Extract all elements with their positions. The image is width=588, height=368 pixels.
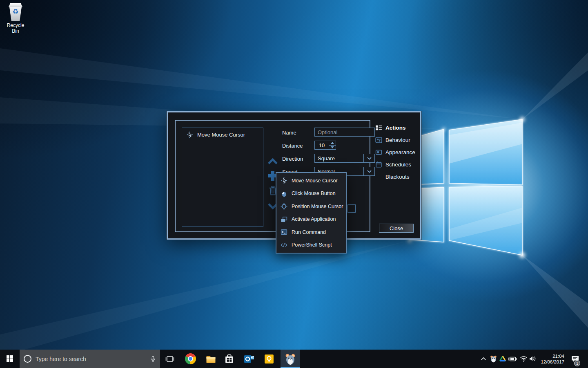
- nav-item-schedules[interactable]: Schedules: [375, 160, 420, 169]
- taskbar-app-keep[interactable]: [260, 350, 278, 368]
- chevron-up-icon: [481, 357, 486, 361]
- move-mouse-tray-icon: [490, 355, 497, 363]
- menu-item-move-mouse-cursor[interactable]: Move Mouse Cursor: [276, 175, 346, 187]
- name-input[interactable]: [314, 128, 375, 137]
- start-button[interactable]: [0, 350, 20, 368]
- recycle-bin-label: Recycle Bin: [3, 22, 28, 34]
- blackouts-moon-icon: [375, 173, 382, 180]
- tray-battery-icon[interactable]: [508, 350, 517, 368]
- menu-item-label: Activate Application: [292, 216, 336, 222]
- desktop: ♻ Recycle Bin Move Mouse Cursor: [0, 0, 588, 368]
- taskbar-app-file-explorer[interactable]: [201, 350, 220, 368]
- menu-item-position-mouse-cursor[interactable]: Position Mouse Cursor: [276, 200, 346, 213]
- tray-show-hidden-icons[interactable]: [479, 350, 488, 368]
- cortana-icon: [24, 355, 31, 363]
- nav-item-actions[interactable]: Actions: [375, 123, 420, 132]
- task-view-icon: [165, 355, 175, 363]
- close-button[interactable]: Close: [379, 224, 414, 233]
- click-mouse-button-icon: [281, 190, 287, 197]
- triangle-up-icon: [331, 142, 334, 144]
- behaviour-icon: [375, 137, 382, 144]
- menu-item-label: PowerShell Script: [292, 242, 332, 248]
- tray-google-drive-icon[interactable]: [498, 350, 508, 368]
- chrome-icon: [185, 353, 196, 364]
- taskbar-app-store[interactable]: [220, 350, 238, 368]
- taskbar-clock[interactable]: 21:04 12/06/2017: [536, 350, 564, 368]
- actions-list-item[interactable]: Move Mouse Cursor: [182, 128, 263, 141]
- tray-wifi-icon[interactable]: [519, 350, 528, 368]
- name-label: Name: [282, 130, 296, 136]
- appearance-icon: [375, 149, 382, 156]
- menu-item-label: Run Command: [292, 229, 326, 235]
- nav-item-label: Actions: [385, 125, 406, 131]
- chevron-down-icon: [367, 157, 372, 160]
- direction-dropdown-button[interactable]: [363, 154, 374, 162]
- menu-item-click-mouse-button[interactable]: Click Mouse Button: [276, 187, 346, 200]
- taskbar-search[interactable]: Type here to search: [20, 350, 160, 368]
- menu-item-label: Position Mouse Cursor: [292, 204, 343, 209]
- recycle-bin-shortcut[interactable]: ♻ Recycle Bin: [3, 3, 28, 34]
- direction-select[interactable]: Square: [314, 154, 375, 163]
- microsoft-store-icon: [224, 354, 234, 364]
- taskbar-app-move-mouse-active[interactable]: [281, 350, 300, 368]
- direction-label: Direction: [282, 156, 303, 162]
- google-drive-icon: [499, 355, 506, 362]
- nav-item-label: Schedules: [385, 162, 411, 168]
- nav-item-appearance[interactable]: Appearance: [375, 148, 420, 157]
- chevron-down-icon: [367, 170, 372, 173]
- menu-item-powershell-script[interactable]: PowerShell Script: [276, 239, 346, 251]
- clock-date: 12/06/2017: [541, 359, 564, 365]
- search-placeholder: Type here to search: [36, 356, 146, 362]
- menu-item-label: Click Mouse Button: [292, 191, 336, 196]
- actions-list-item-label: Move Mouse Cursor: [197, 132, 245, 138]
- nav-item-blackouts[interactable]: Blackouts: [375, 172, 420, 181]
- direction-value: Square: [315, 154, 363, 162]
- run-command-icon: [281, 229, 287, 236]
- battery-plug-icon: [508, 356, 517, 362]
- close-button-label: Close: [390, 225, 403, 231]
- move-mouse-cursor-icon: [186, 131, 193, 138]
- activate-application-icon: [281, 216, 287, 223]
- nav-item-label: Blackouts: [385, 174, 410, 180]
- menu-item-activate-application[interactable]: Activate Application: [276, 213, 346, 225]
- move-mouse-app-icon: [284, 353, 296, 365]
- nav-item-behaviour[interactable]: Behaviour: [375, 135, 420, 144]
- position-mouse-cursor-icon: [281, 203, 287, 210]
- distance-decrement-button[interactable]: [329, 146, 336, 150]
- add-action-menu: Move Mouse Cursor Click Mouse Button Pos…: [276, 172, 347, 254]
- schedules-icon: [375, 161, 382, 168]
- google-keep-icon: [264, 354, 274, 364]
- file-explorer-icon: [205, 355, 216, 364]
- option-checkbox[interactable]: [347, 204, 356, 213]
- actions-icon: [375, 124, 382, 131]
- recycle-bin-icon: ♻: [9, 3, 22, 21]
- chevron-up-icon: [267, 158, 278, 165]
- nav-item-label: Appearance: [385, 149, 415, 155]
- distance-stepper[interactable]: 10: [314, 141, 336, 150]
- tray-move-mouse-icon[interactable]: [488, 350, 498, 368]
- taskbar: Type here to search: [0, 350, 588, 368]
- task-view-button[interactable]: [161, 350, 179, 368]
- menu-item-run-command[interactable]: Run Command: [276, 226, 346, 238]
- taskbar-app-chrome[interactable]: [181, 350, 200, 368]
- distance-increment-button[interactable]: [329, 141, 336, 146]
- wifi-icon: [520, 356, 528, 362]
- triangle-down-icon: [331, 146, 334, 148]
- distance-value: 10: [315, 141, 329, 149]
- nav-item-label: Behaviour: [385, 137, 410, 143]
- microphone-icon[interactable]: [150, 355, 156, 363]
- actions-list[interactable]: Move Mouse Cursor: [182, 128, 263, 227]
- taskbar-app-outlook[interactable]: [240, 350, 258, 368]
- move-up-button[interactable]: [266, 156, 279, 166]
- distance-label: Distance: [282, 143, 303, 149]
- clock-time: 21:04: [552, 353, 564, 359]
- windows-start-icon: [7, 355, 13, 362]
- move-mouse-cursor-icon: [281, 177, 287, 184]
- powershell-script-icon: [281, 242, 287, 249]
- speed-dropdown-button[interactable]: [363, 167, 374, 175]
- menu-item-label: Move Mouse Cursor: [292, 178, 338, 184]
- notification-badge: 1: [574, 360, 580, 366]
- outlook-icon: [244, 354, 254, 364]
